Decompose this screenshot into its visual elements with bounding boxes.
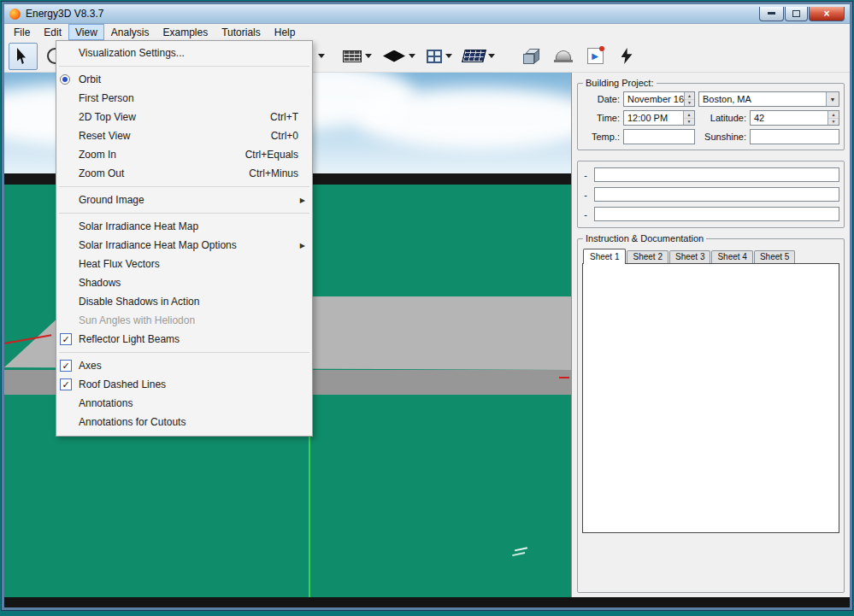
window-button[interactable] <box>422 43 456 70</box>
maximize-button[interactable] <box>785 7 808 21</box>
menu-item-heat-flux-vectors[interactable]: Heat Flux Vectors <box>56 255 312 273</box>
stats-row-label: - <box>582 209 589 220</box>
tab-sheet-1[interactable]: Sheet 1 <box>583 249 626 264</box>
menu-item-label: Sun Angles with Heliodon <box>79 314 195 326</box>
menubar-item-examples[interactable]: Examples <box>156 24 215 40</box>
date-value: November 16 <box>627 94 684 104</box>
solar-panel-button[interactable] <box>459 43 499 70</box>
spinner-down-icon[interactable]: ▼ <box>685 100 694 107</box>
menu-separator <box>59 66 309 67</box>
latitude-spinner-buttons[interactable]: ▲▼ <box>827 111 839 125</box>
wall-button[interactable] <box>339 43 376 70</box>
menubar-item-tutorials[interactable]: Tutorials <box>215 24 268 40</box>
location-combobox[interactable]: Boston, MA ▼ <box>698 91 839 107</box>
tab-sheet-2[interactable]: Sheet 2 <box>627 250 668 263</box>
tab-sheet-5[interactable]: Sheet 5 <box>754 250 795 263</box>
menu-item-label: Reset View <box>79 130 130 142</box>
menubar-item-edit[interactable]: Edit <box>37 24 68 40</box>
menu-item-label: Ground Image <box>79 194 144 206</box>
tab-sheet-4[interactable]: Sheet 4 <box>711 250 752 263</box>
menubar-item-view[interactable]: View <box>68 24 104 40</box>
pyramid-roof-button[interactable] <box>379 43 420 70</box>
menu-item-axes[interactable]: ✓Axes <box>56 356 312 375</box>
menu-item-label: Visualization Settings... <box>79 47 185 59</box>
spinner-down-icon[interactable]: ▼ <box>684 119 694 126</box>
menu-item-label: Solar Irradiance Heat Map <box>79 220 198 232</box>
heliodon-dome-icon <box>554 50 573 62</box>
radio-selected-icon <box>60 74 70 85</box>
time-spinner-buttons[interactable]: ▲▼ <box>683 111 694 125</box>
app-logo-icon <box>9 9 21 20</box>
window-bottom-strip <box>4 597 850 607</box>
menu-item-shadows[interactable]: Shadows <box>56 273 312 292</box>
close-button[interactable]: × <box>809 7 845 21</box>
spinner-up-icon[interactable]: ▲ <box>685 92 694 100</box>
time-spinner[interactable]: 12:00 PM ▲▼ <box>623 110 695 126</box>
menu-item-visualization-settings[interactable]: Visualization Settings... <box>56 44 312 62</box>
menu-item-shortcut: Ctrl+Minus <box>249 167 307 179</box>
axis-tick <box>559 377 569 378</box>
menu-item-disable-shadows-in-action[interactable]: Disable Shadows in Action <box>56 292 312 311</box>
menu-item-annotations[interactable]: Annotations <box>56 394 312 413</box>
spinner-down-icon[interactable]: ▼ <box>828 119 839 126</box>
menu-item-label: Annotations <box>79 397 133 409</box>
latitude-spinner[interactable]: 42 ▲▼ <box>750 110 839 126</box>
select-cursor-button[interactable] <box>9 43 38 70</box>
heliodon-dome-button[interactable] <box>549 43 578 70</box>
stats-row-field[interactable] <box>594 187 839 202</box>
sheet-content[interactable] <box>582 263 839 533</box>
stats-row-label: - <box>582 190 589 200</box>
combo-dropdown-icon[interactable]: ▼ <box>826 92 839 106</box>
dropdown-arrow-icon[interactable] <box>409 54 415 58</box>
checkbox-checked-icon: ✓ <box>60 333 72 345</box>
dropdown-arrow-icon[interactable] <box>365 54 372 58</box>
energy-view-button[interactable] <box>612 43 641 70</box>
menu-item-solar-irradiance-heat-map-options[interactable]: Solar Irradiance Heat Map Options▶ <box>56 236 312 255</box>
date-spinner-buttons[interactable]: ▲▼ <box>684 92 694 106</box>
window-controls: × <box>758 7 845 21</box>
date-spinner[interactable]: November 16 ▲▼ <box>623 91 695 107</box>
spinner-up-icon[interactable]: ▲ <box>828 111 839 119</box>
dropdown-arrow-icon[interactable] <box>445 54 452 58</box>
menubar-item-help[interactable]: Help <box>268 24 303 40</box>
menu-item-annotations-for-cutouts[interactable]: Annotations for Cutouts <box>56 413 312 431</box>
menu-separator <box>59 352 309 353</box>
sunshine-field[interactable] <box>750 129 839 144</box>
menu-item-label: Shadows <box>79 277 121 289</box>
menu-item-first-person[interactable]: First Person <box>56 89 312 108</box>
menu-item-label: Roof Dashed Lines <box>79 378 166 390</box>
menubar-item-file[interactable]: File <box>7 24 37 40</box>
latitude-label: Latitude: <box>698 113 746 123</box>
menu-item-reset-view[interactable]: Reset ViewCtrl+0 <box>56 126 312 145</box>
menu-item-reflector-light-beams[interactable]: ✓Reflector Light Beams <box>56 330 312 349</box>
menu-item-roof-dashed-lines[interactable]: ✓Roof Dashed Lines <box>56 375 312 394</box>
temp-field[interactable] <box>623 129 695 144</box>
location-value: Boston, MA <box>703 94 751 104</box>
energy-view-icon <box>621 48 633 64</box>
stats-row-field[interactable] <box>594 207 839 221</box>
stats-row-field[interactable] <box>594 167 839 182</box>
menu-item-solar-irradiance-heat-map[interactable]: Solar Irradiance Heat Map <box>56 217 312 236</box>
stats-row-label: - <box>582 170 589 180</box>
title-bar[interactable]: Energy3D V8.3.7 × <box>4 4 850 24</box>
run-simulation-button[interactable]: ▶ <box>580 43 610 70</box>
menu-item-label: Disable Shadows in Action <box>79 296 199 308</box>
spinner-up-icon[interactable]: ▲ <box>684 111 694 119</box>
dropdown-arrow-icon[interactable] <box>488 54 495 58</box>
cube-button[interactable] <box>517 43 546 70</box>
menu-item-zoom-in[interactable]: Zoom InCtrl+Equals <box>56 145 312 164</box>
tab-sheet-3[interactable]: Sheet 3 <box>669 250 710 263</box>
menu-item-ground-image[interactable]: Ground Image▶ <box>56 191 312 209</box>
menu-item-2d-top-view[interactable]: 2D Top ViewCtrl+T <box>56 108 312 126</box>
menu-item-orbit[interactable]: Orbit <box>56 70 312 89</box>
menu-item-label: Heat Flux Vectors <box>79 258 160 270</box>
menubar-item-analysis[interactable]: Analysis <box>104 24 156 40</box>
menu-item-label: Reflector Light Beams <box>79 333 180 345</box>
app-window: Energy3D V8.3.7 × FileEditViewAnalysisEx… <box>2 2 852 610</box>
minimize-button[interactable] <box>759 7 784 21</box>
menu-item-shortcut: Ctrl+T <box>270 111 307 123</box>
menu-item-label: Solar Irradiance Heat Map Options <box>79 239 237 251</box>
wall-icon <box>343 50 362 62</box>
menu-item-zoom-out[interactable]: Zoom OutCtrl+Minus <box>56 164 312 183</box>
menu-item-label: Zoom In <box>79 149 116 161</box>
